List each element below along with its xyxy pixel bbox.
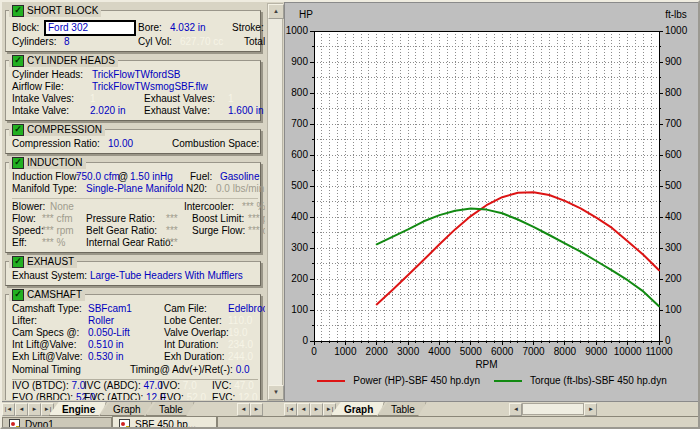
nav-next-icon[interactable]: ► [28,403,41,416]
svg-text:0: 0 [311,346,317,357]
heads-value[interactable]: TrickFlowTWfordSB [92,69,258,81]
exhaust-checkbox[interactable]: ✓ [12,256,24,268]
svg-text:400: 400 [665,211,682,222]
heads-label: Cylinder Heads: [12,69,92,81]
evc2-value: 12.0 [238,392,257,400]
svg-text:7000: 7000 [522,346,545,357]
svg-text:100: 100 [291,304,308,315]
exh-duration-value: 244.0 [228,351,253,362]
svg-text:400: 400 [291,211,308,222]
tab-engine[interactable]: Engine [48,402,107,416]
svg-text:10000: 10000 [614,346,642,357]
blower-value: None [50,201,184,213]
exhaust-system-value[interactable]: Large-Tube Headers With Mufflers [90,270,258,282]
manifold-label: Manifold Type: [12,183,86,195]
tab-graph-right[interactable]: Graph [330,402,385,416]
camshaft-type-label: Camshaft Type: [12,303,88,315]
svg-text:8000: 8000 [554,346,577,357]
evc-label: EVC (ATDC): [84,392,143,400]
int-duration-value: 234.0 [228,339,253,350]
airflow-value[interactable]: TrickFlowTWsmogSBF.flw [92,81,258,93]
right-strip-scrollbar[interactable]: ◄ ► [509,402,597,416]
dyno-app-window: ✓ SHORT BLOCK Block: Ford 302 Bore: 4.03… [0,0,700,429]
hscroll-right-icon[interactable]: ► [250,403,263,416]
nav-prev-icon[interactable]: ◄ [297,403,310,416]
power-legend-label: Power (HP)-SBF 450 hp.dyn [353,375,480,386]
lifter-value[interactable]: Roller [88,315,164,327]
svg-text:800: 800 [291,87,308,98]
exhaust-title: EXHAUST [27,257,74,267]
valve-overlap-label: Valve Overlap: [164,327,228,339]
power-legend-line [317,380,345,382]
svg-text:500: 500 [291,180,308,191]
svg-text:ft-lbs: ft-lbs [665,9,687,20]
cylinders-value[interactable]: 8 [64,36,138,48]
at-sign: @ [118,171,130,183]
tab-graph-left[interactable]: Graph [100,402,153,416]
induction-flow-label: Induction Flow: [12,171,76,183]
svg-text:2000: 2000 [366,346,389,357]
boost-limit-label: Boost Limit: [192,213,248,225]
nav-prev-icon[interactable]: ◄ [15,403,28,416]
scroll-up-icon[interactable]: ▲ [268,4,284,19]
block-input[interactable]: Ford 302 [44,20,136,36]
intake-valve-value[interactable]: 2.020 in [90,105,144,117]
short-block-checkbox[interactable]: ✓ [12,5,24,17]
combustion-space-label: Combustion Space: [172,138,265,150]
file-tab-dyno1[interactable]: Dyno1 [2,417,112,429]
compression-checkbox[interactable]: ✓ [12,124,24,136]
nav-first-icon[interactable]: |◄ [284,403,297,416]
cyl-vol-value: 627.70 cc [180,36,244,48]
tab-table-left[interactable]: Table [145,402,194,416]
belt-gear-ratio-label: Belt Gear Ratio: [86,225,166,237]
airflow-label: Airflow File: [12,81,92,93]
intake-valves-label: Intake Valves: [12,93,90,105]
blower-flow-value: *** cfm [42,213,86,225]
block-label: Block: [12,22,44,34]
total-vol-label: Total Vol: [244,36,265,48]
file-tab-sbf450[interactable]: SBF 450 hp... [112,416,217,429]
exh-lift-label: Exh Lift@Valve: [12,351,88,363]
svg-text:0: 0 [665,335,671,346]
blower-eff-value: *** % [42,237,86,249]
induction-checkbox[interactable]: ✓ [12,157,24,169]
cylinder-heads-checkbox[interactable]: ✓ [12,55,24,67]
exh-lift-value[interactable]: 0.530 in [88,351,164,363]
svg-text:11000: 11000 [645,346,673,357]
tab-table-right[interactable]: Table [378,402,427,416]
cam-specs-value[interactable]: 0.050-Lift [88,327,164,339]
nav-next-icon[interactable]: ► [310,403,323,416]
exh-duration-label: Exh Duration: [164,351,228,363]
scroll-down-icon[interactable]: ▼ [268,385,284,400]
compression-header: ✓ COMPRESSION [9,124,105,136]
left-panel-scrollbar[interactable]: ▲ ▼ [267,3,283,401]
induction-pressure-value[interactable]: 1.50 inHg [130,171,190,183]
camshaft-checkbox[interactable]: ✓ [12,289,24,301]
section-short-block: ✓ SHORT BLOCK Block: Ford 302 Bore: 4.03… [5,10,261,52]
evc2-label: EVC: [212,392,235,400]
timing-adv-ret-value[interactable]: 0.0 [236,364,250,375]
camshaft-type-value[interactable]: SBFcam1 [88,303,164,315]
fuel-value[interactable]: Gasoline [220,171,259,183]
hscroll-right-icon[interactable]: ► [584,403,597,416]
cyl-vol-label: Cyl Vol: [138,36,180,48]
ivo2-value: 7.0 [183,380,197,391]
svg-text:300: 300 [665,242,682,253]
hscroll-track[interactable] [522,403,584,415]
section-exhaust: ✓ EXHAUST Exhaust System: Large-Tube Hea… [5,261,261,286]
svg-text:9000: 9000 [585,346,608,357]
manifold-value[interactable]: Single-Plane Manifold [86,183,186,195]
bore-value[interactable]: 4.032 in [170,22,232,34]
compression-ratio-value[interactable]: 10.00 [108,138,172,150]
hscroll-left-icon[interactable]: ◄ [509,403,522,416]
cam-file-value[interactable]: EdelbrockRPMfor [228,303,265,314]
int-lift-value[interactable]: 0.510 in [88,339,164,351]
hscroll-left-icon[interactable]: ◄ [237,403,250,416]
ivo2-label: IVO: [160,380,180,391]
svg-text:600: 600 [291,149,308,160]
left-strip-scrollbar[interactable]: ◄ ► [237,402,263,416]
exhaust-valve-value[interactable]: 1.600 in [228,105,264,117]
evo-label: EVO (BBDC): [12,392,73,400]
induction-flow-value[interactable]: 750.0 cfm [76,171,118,183]
nav-first-icon[interactable]: |◄ [2,403,15,416]
